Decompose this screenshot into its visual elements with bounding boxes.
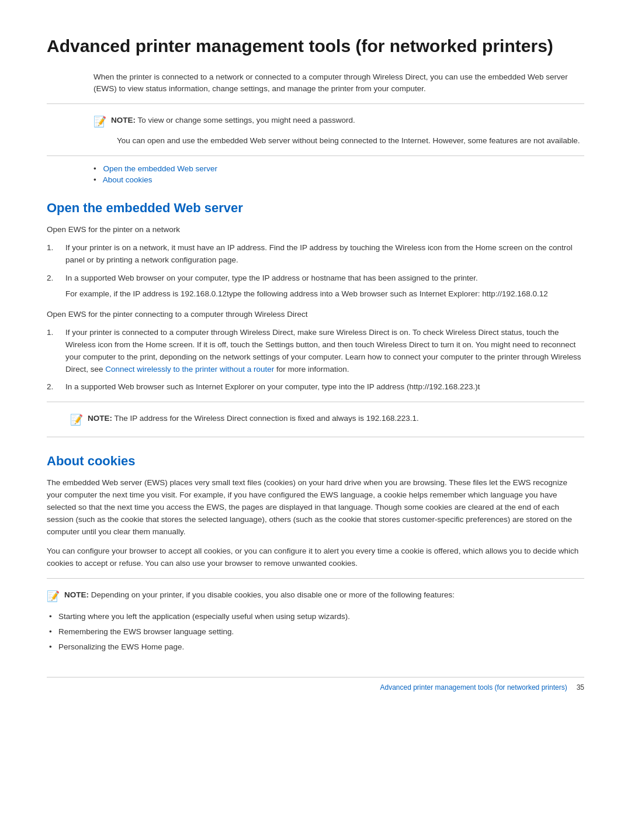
- ews-step-2-2: 2. In a supported Web browser such as In…: [47, 381, 584, 393]
- section-title-ews: Open the embedded Web server: [47, 201, 584, 216]
- step-text-2: In a supported Web browser on your compu…: [65, 272, 584, 300]
- cookies-bullet-list: Starting where you left the application …: [47, 611, 584, 654]
- ews-sub2: Open EWS for the pinter connecting to a …: [47, 309, 584, 321]
- toc-list: Open the embedded Web server About cooki…: [93, 164, 584, 184]
- step-text-4: In a supported Web browser such as Inter…: [65, 381, 584, 393]
- page-title: Advanced printer management tools (for n…: [47, 35, 584, 57]
- wireless-link[interactable]: Connect wirelessly to the printer withou…: [105, 365, 274, 374]
- toc-item-2[interactable]: About cookies: [93, 175, 584, 184]
- step-text-1: If your printer is on a network, it must…: [65, 242, 584, 267]
- note-1-text: NOTE: To view or change some settings, y…: [111, 115, 355, 127]
- note-icon-3: 📝: [70, 413, 83, 426]
- step-text-3: If your printer is connected to a comput…: [65, 327, 584, 376]
- divider-5: [47, 578, 584, 579]
- page-footer: Advanced printer management tools (for n…: [47, 677, 584, 692]
- divider-1: [47, 103, 584, 104]
- note-3-text: NOTE: The IP address for the Wireless Di…: [88, 413, 419, 425]
- cookies-para2: You can configure your browser to accept…: [47, 545, 584, 570]
- step-num-3: 1.: [47, 327, 65, 339]
- ews-step-1-2: 2. In a supported Web browser on your co…: [47, 272, 584, 300]
- note-4-block: 📝 NOTE: Depending on your printer, if yo…: [47, 587, 584, 605]
- divider-2: [47, 155, 584, 156]
- note-3-block: 📝 NOTE: The IP address for the Wireless …: [70, 410, 584, 428]
- bullet-item-2: Remembering the EWS browser language set…: [47, 626, 584, 638]
- step-num-2: 2.: [47, 272, 65, 285]
- divider-3: [47, 402, 584, 402]
- footer-text: Advanced printer management tools (for n…: [380, 683, 567, 692]
- note-icon-4: 📝: [47, 590, 60, 603]
- toc-link-cookies[interactable]: About cookies: [103, 175, 152, 184]
- ews-steps-2: 1. If your printer is connected to a com…: [47, 327, 584, 394]
- note-4-text: NOTE: Depending on your printer, if you …: [64, 589, 455, 602]
- bullet-item-1: Starting where you left the application …: [47, 611, 584, 623]
- note-2-text: You can open and use the embedded Web se…: [117, 135, 584, 147]
- step-num-4: 2.: [47, 381, 65, 393]
- toc-item-1[interactable]: Open the embedded Web server: [93, 164, 584, 173]
- step-num-1: 1.: [47, 242, 65, 254]
- toc-link-ews[interactable]: Open the embedded Web server: [103, 164, 218, 173]
- ews-sub1: Open EWS for the pinter on a network: [47, 224, 584, 236]
- ews-step-2-1: 1. If your printer is connected to a com…: [47, 327, 584, 376]
- divider-4: [47, 437, 584, 437]
- ews-step-1-1: 1. If your printer is on a network, it m…: [47, 242, 584, 267]
- footer-page-number: 35: [577, 683, 584, 692]
- cookies-para1: The embedded Web server (EWS) places ver…: [47, 477, 584, 538]
- note-1-block: 📝 NOTE: To view or change some settings,…: [93, 112, 584, 130]
- bullet-item-3: Personalizing the EWS Home page.: [47, 641, 584, 654]
- intro-paragraph: When the printer is connected to a netwo…: [93, 71, 584, 96]
- section-title-cookies: About cookies: [47, 454, 584, 469]
- note-icon-1: 📝: [93, 115, 106, 128]
- step-example: For example, if the IP address is 192.16…: [65, 288, 584, 300]
- ews-steps-1: 1. If your printer is on a network, it m…: [47, 242, 584, 300]
